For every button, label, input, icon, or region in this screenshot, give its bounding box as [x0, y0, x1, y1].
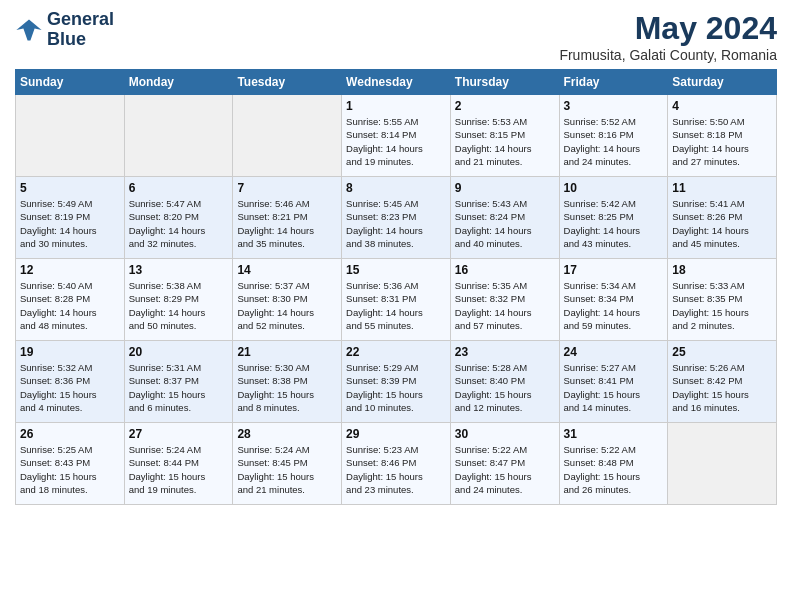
day-info: Sunrise: 5:22 AM Sunset: 8:47 PM Dayligh…: [455, 443, 555, 496]
day-number: 2: [455, 99, 555, 113]
calendar-week-row: 26Sunrise: 5:25 AM Sunset: 8:43 PM Dayli…: [16, 423, 777, 505]
calendar-cell: 6Sunrise: 5:47 AM Sunset: 8:20 PM Daylig…: [124, 177, 233, 259]
svg-marker-0: [16, 19, 41, 40]
weekday-header-monday: Monday: [124, 70, 233, 95]
calendar-cell: 28Sunrise: 5:24 AM Sunset: 8:45 PM Dayli…: [233, 423, 342, 505]
day-info: Sunrise: 5:24 AM Sunset: 8:44 PM Dayligh…: [129, 443, 229, 496]
day-info: Sunrise: 5:32 AM Sunset: 8:36 PM Dayligh…: [20, 361, 120, 414]
day-info: Sunrise: 5:35 AM Sunset: 8:32 PM Dayligh…: [455, 279, 555, 332]
day-info: Sunrise: 5:24 AM Sunset: 8:45 PM Dayligh…: [237, 443, 337, 496]
calendar-cell: 1Sunrise: 5:55 AM Sunset: 8:14 PM Daylig…: [342, 95, 451, 177]
calendar-week-row: 12Sunrise: 5:40 AM Sunset: 8:28 PM Dayli…: [16, 259, 777, 341]
calendar-cell: 26Sunrise: 5:25 AM Sunset: 8:43 PM Dayli…: [16, 423, 125, 505]
calendar-cell: 25Sunrise: 5:26 AM Sunset: 8:42 PM Dayli…: [668, 341, 777, 423]
calendar-cell: 15Sunrise: 5:36 AM Sunset: 8:31 PM Dayli…: [342, 259, 451, 341]
day-info: Sunrise: 5:26 AM Sunset: 8:42 PM Dayligh…: [672, 361, 772, 414]
day-number: 13: [129, 263, 229, 277]
day-info: Sunrise: 5:42 AM Sunset: 8:25 PM Dayligh…: [564, 197, 664, 250]
day-info: Sunrise: 5:33 AM Sunset: 8:35 PM Dayligh…: [672, 279, 772, 332]
calendar-cell: 31Sunrise: 5:22 AM Sunset: 8:48 PM Dayli…: [559, 423, 668, 505]
calendar-cell: [16, 95, 125, 177]
day-number: 12: [20, 263, 120, 277]
calendar-cell: 5Sunrise: 5:49 AM Sunset: 8:19 PM Daylig…: [16, 177, 125, 259]
calendar-cell: 2Sunrise: 5:53 AM Sunset: 8:15 PM Daylig…: [450, 95, 559, 177]
day-number: 14: [237, 263, 337, 277]
calendar-cell: 3Sunrise: 5:52 AM Sunset: 8:16 PM Daylig…: [559, 95, 668, 177]
calendar-cell: [668, 423, 777, 505]
day-number: 26: [20, 427, 120, 441]
day-info: Sunrise: 5:43 AM Sunset: 8:24 PM Dayligh…: [455, 197, 555, 250]
day-number: 6: [129, 181, 229, 195]
weekday-header-friday: Friday: [559, 70, 668, 95]
day-info: Sunrise: 5:23 AM Sunset: 8:46 PM Dayligh…: [346, 443, 446, 496]
calendar-cell: 14Sunrise: 5:37 AM Sunset: 8:30 PM Dayli…: [233, 259, 342, 341]
day-number: 23: [455, 345, 555, 359]
day-number: 30: [455, 427, 555, 441]
calendar-cell: 24Sunrise: 5:27 AM Sunset: 8:41 PM Dayli…: [559, 341, 668, 423]
day-number: 9: [455, 181, 555, 195]
calendar-cell: 30Sunrise: 5:22 AM Sunset: 8:47 PM Dayli…: [450, 423, 559, 505]
day-number: 29: [346, 427, 446, 441]
calendar-cell: 21Sunrise: 5:30 AM Sunset: 8:38 PM Dayli…: [233, 341, 342, 423]
day-info: Sunrise: 5:34 AM Sunset: 8:34 PM Dayligh…: [564, 279, 664, 332]
weekday-header-row: SundayMondayTuesdayWednesdayThursdayFrid…: [16, 70, 777, 95]
calendar-cell: 11Sunrise: 5:41 AM Sunset: 8:26 PM Dayli…: [668, 177, 777, 259]
day-info: Sunrise: 5:49 AM Sunset: 8:19 PM Dayligh…: [20, 197, 120, 250]
calendar-cell: 4Sunrise: 5:50 AM Sunset: 8:18 PM Daylig…: [668, 95, 777, 177]
calendar-cell: 13Sunrise: 5:38 AM Sunset: 8:29 PM Dayli…: [124, 259, 233, 341]
day-info: Sunrise: 5:45 AM Sunset: 8:23 PM Dayligh…: [346, 197, 446, 250]
day-number: 3: [564, 99, 664, 113]
day-number: 10: [564, 181, 664, 195]
day-info: Sunrise: 5:52 AM Sunset: 8:16 PM Dayligh…: [564, 115, 664, 168]
day-info: Sunrise: 5:46 AM Sunset: 8:21 PM Dayligh…: [237, 197, 337, 250]
day-number: 17: [564, 263, 664, 277]
day-number: 20: [129, 345, 229, 359]
day-info: Sunrise: 5:22 AM Sunset: 8:48 PM Dayligh…: [564, 443, 664, 496]
calendar-cell: 23Sunrise: 5:28 AM Sunset: 8:40 PM Dayli…: [450, 341, 559, 423]
calendar-table: SundayMondayTuesdayWednesdayThursdayFrid…: [15, 69, 777, 505]
logo-icon: [15, 16, 43, 44]
day-info: Sunrise: 5:29 AM Sunset: 8:39 PM Dayligh…: [346, 361, 446, 414]
calendar-cell: 22Sunrise: 5:29 AM Sunset: 8:39 PM Dayli…: [342, 341, 451, 423]
page-header: General Blue May 2024 Frumusita, Galati …: [15, 10, 777, 63]
day-info: Sunrise: 5:53 AM Sunset: 8:15 PM Dayligh…: [455, 115, 555, 168]
day-number: 19: [20, 345, 120, 359]
weekday-header-wednesday: Wednesday: [342, 70, 451, 95]
day-number: 1: [346, 99, 446, 113]
day-number: 16: [455, 263, 555, 277]
calendar-week-row: 5Sunrise: 5:49 AM Sunset: 8:19 PM Daylig…: [16, 177, 777, 259]
calendar-cell: 29Sunrise: 5:23 AM Sunset: 8:46 PM Dayli…: [342, 423, 451, 505]
day-info: Sunrise: 5:30 AM Sunset: 8:38 PM Dayligh…: [237, 361, 337, 414]
calendar-cell: 20Sunrise: 5:31 AM Sunset: 8:37 PM Dayli…: [124, 341, 233, 423]
calendar-cell: 7Sunrise: 5:46 AM Sunset: 8:21 PM Daylig…: [233, 177, 342, 259]
calendar-cell: [233, 95, 342, 177]
day-number: 11: [672, 181, 772, 195]
day-info: Sunrise: 5:36 AM Sunset: 8:31 PM Dayligh…: [346, 279, 446, 332]
day-info: Sunrise: 5:50 AM Sunset: 8:18 PM Dayligh…: [672, 115, 772, 168]
calendar-cell: [124, 95, 233, 177]
logo-text: General Blue: [47, 10, 114, 50]
calendar-week-row: 1Sunrise: 5:55 AM Sunset: 8:14 PM Daylig…: [16, 95, 777, 177]
day-info: Sunrise: 5:25 AM Sunset: 8:43 PM Dayligh…: [20, 443, 120, 496]
calendar-cell: 27Sunrise: 5:24 AM Sunset: 8:44 PM Dayli…: [124, 423, 233, 505]
calendar-cell: 19Sunrise: 5:32 AM Sunset: 8:36 PM Dayli…: [16, 341, 125, 423]
calendar-cell: 10Sunrise: 5:42 AM Sunset: 8:25 PM Dayli…: [559, 177, 668, 259]
weekday-header-sunday: Sunday: [16, 70, 125, 95]
calendar-cell: 8Sunrise: 5:45 AM Sunset: 8:23 PM Daylig…: [342, 177, 451, 259]
day-number: 21: [237, 345, 337, 359]
day-number: 31: [564, 427, 664, 441]
calendar-cell: 12Sunrise: 5:40 AM Sunset: 8:28 PM Dayli…: [16, 259, 125, 341]
location-subtitle: Frumusita, Galati County, Romania: [559, 47, 777, 63]
calendar-cell: 18Sunrise: 5:33 AM Sunset: 8:35 PM Dayli…: [668, 259, 777, 341]
calendar-cell: 9Sunrise: 5:43 AM Sunset: 8:24 PM Daylig…: [450, 177, 559, 259]
day-info: Sunrise: 5:47 AM Sunset: 8:20 PM Dayligh…: [129, 197, 229, 250]
title-block: May 2024 Frumusita, Galati County, Roman…: [559, 10, 777, 63]
day-info: Sunrise: 5:38 AM Sunset: 8:29 PM Dayligh…: [129, 279, 229, 332]
day-info: Sunrise: 5:28 AM Sunset: 8:40 PM Dayligh…: [455, 361, 555, 414]
day-number: 8: [346, 181, 446, 195]
day-info: Sunrise: 5:55 AM Sunset: 8:14 PM Dayligh…: [346, 115, 446, 168]
day-number: 18: [672, 263, 772, 277]
day-number: 4: [672, 99, 772, 113]
day-number: 28: [237, 427, 337, 441]
day-number: 15: [346, 263, 446, 277]
